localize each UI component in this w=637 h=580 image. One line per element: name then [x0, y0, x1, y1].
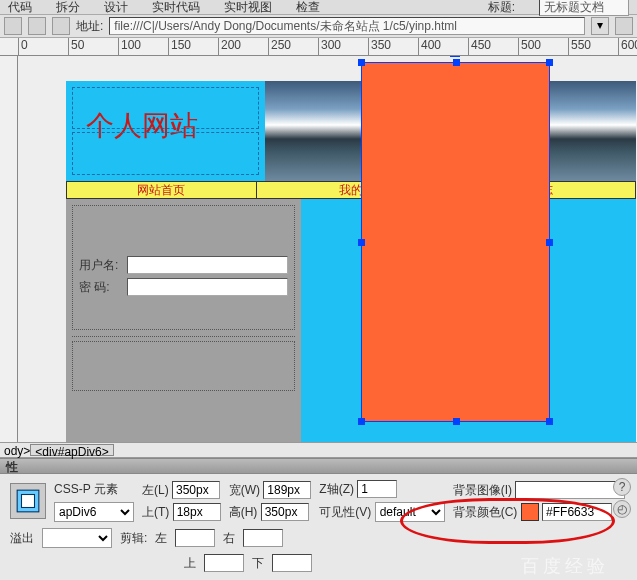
- anchor-handle[interactable]: [450, 56, 460, 57]
- password-input[interactable]: [127, 278, 288, 296]
- resize-handle[interactable]: [358, 418, 365, 425]
- visibility-select[interactable]: default: [375, 502, 445, 522]
- clip-label: 剪辑:: [120, 530, 147, 547]
- height-label: 高(H): [229, 505, 258, 519]
- help-icon[interactable]: ?: [613, 478, 631, 496]
- password-label: 密 码:: [79, 279, 127, 296]
- bgimg-input[interactable]: [515, 481, 625, 499]
- width-label: 宽(W): [229, 483, 260, 497]
- properties-header: 性: [0, 458, 637, 474]
- left-label: 左(L): [142, 483, 169, 497]
- top-menu: 代码 拆分 设计 实时代码 实时视图 检查 标题:: [0, 0, 637, 14]
- menu-livecode[interactable]: 实时代码: [152, 0, 200, 16]
- sidebar: 用户名: 密 码:: [66, 199, 301, 442]
- top-input[interactable]: [173, 503, 221, 521]
- address-toolbar: 地址: ▾: [0, 14, 637, 38]
- options-icon[interactable]: ◴: [613, 500, 631, 518]
- nav-back-button[interactable]: [4, 17, 22, 35]
- clip-right-input[interactable]: [243, 529, 283, 547]
- username-label: 用户名:: [79, 257, 127, 274]
- clip-top-label: 上: [184, 555, 196, 572]
- bgcolor-input[interactable]: [542, 503, 612, 521]
- resize-handle[interactable]: [546, 239, 553, 246]
- tag-apdiv6[interactable]: <div#apDiv6>: [30, 444, 113, 456]
- overflow-label: 溢出: [10, 530, 34, 547]
- vis-label: 可见性(V): [319, 505, 371, 519]
- resize-handle[interactable]: [546, 59, 553, 66]
- clip-top-input[interactable]: [204, 554, 244, 572]
- address-dropdown[interactable]: ▾: [591, 17, 609, 35]
- resize-handle[interactable]: [358, 239, 365, 246]
- ruler-horizontal: 0 50 100 150 200 250 300 350 400 450 500…: [0, 38, 637, 56]
- width-input[interactable]: [263, 481, 311, 499]
- clip-bottom-label: 下: [252, 555, 264, 572]
- properties-panel: ? ◴ CSS-P 元素 apDiv6 左(L) 上(T) 宽(W) 高(H) …: [0, 474, 637, 580]
- resize-handle[interactable]: [358, 59, 365, 66]
- element-icon: [10, 483, 46, 519]
- height-input[interactable]: [261, 503, 309, 521]
- menu-liveview[interactable]: 实时视图: [224, 0, 272, 16]
- bgcolor-swatch[interactable]: [521, 503, 539, 521]
- bgcolor-label: 背景颜色(C): [453, 505, 518, 519]
- ruler-vertical: [0, 56, 18, 442]
- address-label: 地址:: [76, 18, 103, 35]
- address-input[interactable]: [109, 17, 585, 35]
- cssp-label: CSS-P 元素: [54, 481, 134, 498]
- tag-selector: ody> <div#apDiv6>: [0, 442, 637, 458]
- banner-left: 个人网站: [66, 81, 265, 181]
- element-id-select[interactable]: apDiv6: [54, 502, 134, 522]
- sidebar-box: [72, 341, 295, 391]
- menu-inspect[interactable]: 检查: [296, 0, 320, 16]
- nav-fwd-button[interactable]: [28, 17, 46, 35]
- left-input[interactable]: [172, 481, 220, 499]
- page: 个人网站 网站首页 我的 日志 用户名: 密 码:: [66, 81, 636, 442]
- title-label: 标题:: [488, 0, 515, 16]
- banner: 个人网站: [66, 81, 636, 181]
- clip-right-label: 右: [223, 530, 235, 547]
- svg-rect-1: [22, 495, 35, 508]
- nav-home[interactable]: 网站首页: [67, 182, 257, 198]
- apdiv6-element[interactable]: [361, 62, 550, 422]
- divider: [72, 336, 295, 337]
- tag-body[interactable]: ody>: [4, 444, 30, 456]
- resize-handle[interactable]: [453, 59, 460, 66]
- clip-left-input[interactable]: [175, 529, 215, 547]
- resize-handle[interactable]: [546, 418, 553, 425]
- top-label: 上(T): [142, 505, 169, 519]
- content: 用户名: 密 码:: [66, 199, 636, 442]
- menu-split[interactable]: 拆分: [56, 0, 80, 16]
- username-input[interactable]: [127, 256, 288, 274]
- site-title: 个人网站: [86, 107, 198, 145]
- clip-bottom-input[interactable]: [272, 554, 312, 572]
- z-input[interactable]: [357, 480, 397, 498]
- design-canvas[interactable]: 个人网站 网站首页 我的 日志 用户名: 密 码:: [18, 56, 637, 442]
- browse-button[interactable]: [615, 17, 633, 35]
- clip-left-label: 左: [155, 530, 167, 547]
- overflow-select[interactable]: [42, 528, 112, 548]
- doc-title-input[interactable]: [539, 0, 629, 16]
- navbar: 网站首页 我的 日志: [66, 181, 636, 199]
- resize-handle[interactable]: [453, 418, 460, 425]
- nav-home-button[interactable]: [52, 17, 70, 35]
- login-form: 用户名: 密 码:: [72, 205, 295, 330]
- menu-design[interactable]: 设计: [104, 0, 128, 16]
- menu-code[interactable]: 代码: [8, 0, 32, 16]
- workspace: 个人网站 网站首页 我的 日志 用户名: 密 码:: [0, 56, 637, 442]
- z-label: Z轴(Z): [319, 482, 354, 496]
- bgimg-label: 背景图像(I): [453, 483, 512, 497]
